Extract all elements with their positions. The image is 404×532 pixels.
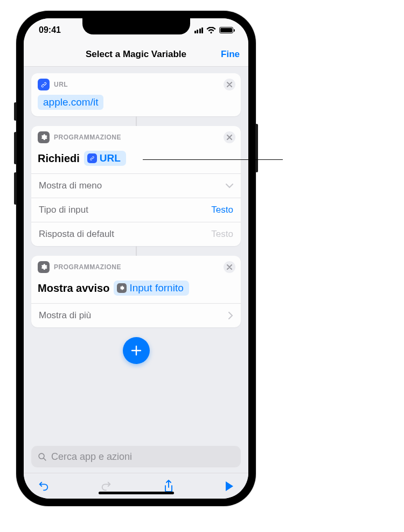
input-type-value[interactable]: Testo	[211, 205, 233, 215]
input-type-label: Tipo di input	[39, 205, 88, 215]
connector-line	[136, 116, 137, 126]
svg-line-1	[44, 458, 46, 460]
redo-button[interactable]	[100, 480, 112, 492]
share-button[interactable]	[163, 480, 174, 493]
close-icon[interactable]	[224, 79, 235, 90]
show-less-row[interactable]: Mostra di meno	[31, 173, 241, 198]
url-action-card[interactable]: URL apple.com/it	[31, 73, 241, 116]
request-action-row: Richiedi URL	[31, 146, 241, 173]
battery-icon	[219, 27, 233, 33]
link-icon	[38, 79, 50, 90]
navigation-bar: Select a Magic Variable Fine	[24, 42, 248, 67]
gear-icon	[38, 261, 50, 273]
show-more-row[interactable]: Mostra di più	[31, 303, 241, 327]
request-action-label: Richiedi	[38, 152, 80, 165]
nav-title: Select a Magic Variable	[86, 49, 186, 60]
alert-action-label: Mostra avviso	[38, 282, 109, 295]
url-magic-variable[interactable]: URL	[84, 151, 126, 166]
editor-content: URL apple.com/it PROGRAMMAZIONE	[24, 67, 248, 446]
wifi-icon	[206, 27, 216, 34]
alert-action-card[interactable]: PROGRAMMAZIONE Mostra avviso Input forni…	[31, 256, 241, 327]
search-field[interactable]: Cerca app e azioni	[31, 446, 241, 467]
play-button[interactable]	[225, 481, 234, 492]
request-action-card[interactable]: PROGRAMMAZIONE Richiedi URL Mostra	[31, 126, 241, 246]
chevron-down-icon	[226, 184, 233, 188]
default-response-row[interactable]: Risposta di default Testo	[31, 222, 241, 246]
close-icon[interactable]	[224, 131, 235, 143]
gear-icon	[38, 131, 50, 143]
search-icon	[38, 452, 47, 461]
input-type-row[interactable]: Tipo di input Testo	[31, 198, 241, 222]
chevron-right-icon	[228, 312, 233, 319]
iphone-frame: 09:41 Select a Magic Variable Fine	[16, 11, 256, 506]
mute-switch	[14, 102, 17, 121]
alert-action-row: Mostra avviso Input fornito	[31, 276, 241, 303]
home-indicator[interactable]	[99, 492, 174, 494]
status-time: 09:41	[39, 25, 61, 35]
done-button[interactable]: Fine	[221, 49, 240, 60]
gear-icon	[117, 283, 127, 293]
alert-category-label: PROGRAMMAZIONE	[54, 263, 121, 271]
search-placeholder: Cerca app e azioni	[51, 451, 132, 463]
magic-variable-label: URL	[100, 152, 121, 164]
volume-up	[14, 132, 17, 164]
undo-button[interactable]	[38, 480, 50, 492]
connector-line	[136, 246, 137, 256]
link-icon	[87, 153, 97, 163]
provided-input-magic-variable[interactable]: Input fornito	[114, 281, 189, 296]
status-icons	[194, 27, 234, 34]
url-value-token[interactable]: apple.com/it	[38, 95, 103, 110]
bottom-toolbar	[24, 473, 248, 499]
callout-leader-line	[143, 159, 283, 160]
screen: 09:41 Select a Magic Variable Fine	[24, 18, 248, 499]
side-button	[255, 124, 258, 172]
cellular-icon	[194, 27, 204, 33]
show-less-label: Mostra di meno	[39, 180, 102, 191]
default-response-placeholder[interactable]: Testo	[211, 229, 233, 240]
default-response-label: Risposta di default	[39, 229, 114, 240]
request-category-label: PROGRAMMAZIONE	[54, 134, 121, 141]
add-action-button[interactable]	[123, 337, 150, 364]
notch	[82, 18, 190, 34]
volume-down	[14, 172, 17, 205]
url-category-label: URL	[54, 81, 68, 88]
show-more-label: Mostra di più	[39, 310, 91, 321]
magic-variable-label: Input fornito	[129, 282, 183, 294]
search-container: Cerca app e azioni	[24, 446, 248, 473]
close-icon[interactable]	[224, 261, 235, 273]
